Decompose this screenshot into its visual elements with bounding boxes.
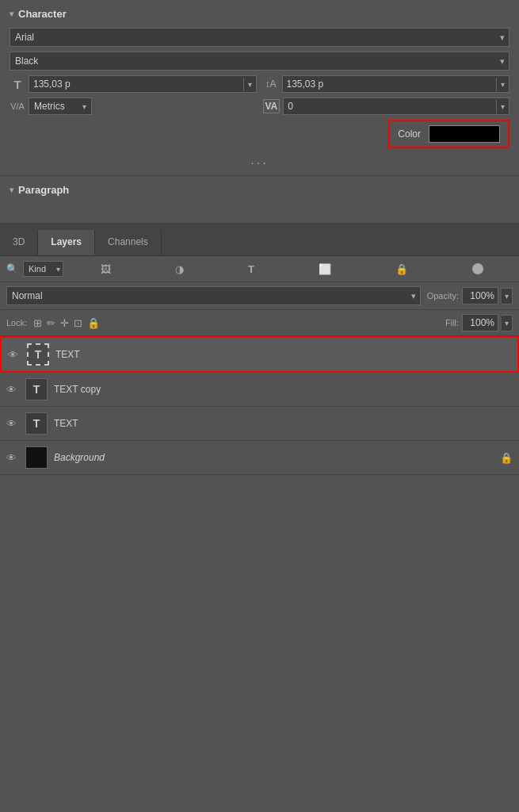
layer-name-3: Background [54,452,105,463]
layer-type-icon-2: T [33,417,40,430]
layer-list: 👁 T TEXT 👁 T TEXT copy 👁 T TE [0,336,519,475]
tracking-label: Metrics [34,101,65,112]
tab-layers[interactable]: Layers [38,230,95,255]
lock-brush-icon[interactable]: ✏ [47,317,55,329]
kerning-group: VA 0 ▾ [263,98,510,115]
font-size-icon: T [10,78,25,91]
filter-sphere-icon[interactable] [472,263,483,274]
search-icon: 🔍 [6,263,18,274]
filter-text-icon[interactable]: T [248,263,254,275]
opacity-input[interactable]: 100% [462,287,498,304]
filter-circle-icon[interactable]: ◑ [175,263,184,275]
filter-lock-icon[interactable]: 🔒 [395,263,408,275]
font-family-select[interactable]: Arial [10,28,509,47]
layer-visibility-icon-3[interactable]: 👁 [6,452,19,464]
layer-lock-icon-3: 🔒 [500,452,513,464]
character-header: ▾ Character [10,8,509,20]
opacity-label: Opacity: [427,291,459,301]
character-section: ▾ Character Arial Black T 13 [0,0,519,176]
layer-thumb-3 [25,446,48,469]
font-size-group: T 135,03 p ▾ [10,75,257,93]
kerning-input-wrapper: 0 ▾ [283,98,509,115]
layer-visibility-icon-0[interactable]: 👁 [8,349,21,361]
layer-thumb-2: T [25,412,48,435]
paragraph-title: Paragraph [18,184,69,196]
fill-input[interactable]: 100% [462,314,498,331]
lock-artboard-icon[interactable]: ⊡ [74,317,82,329]
line-height-dropdown-btn[interactable]: ▾ [496,78,509,91]
fill-group: Fill: 100% ▾ [445,314,513,331]
kerning-icon: VA [263,99,280,113]
filter-icons: 🖼 ◑ T ⬜ 🔒 [71,263,513,275]
character-chevron[interactable]: ▾ [10,10,13,18]
blend-mode-wrapper: Normal [6,286,421,305]
layer-name-1: TEXT copy [54,384,101,395]
layer-thumb-0: T [27,343,49,366]
font-size-input-wrapper: 135,03 p ▾ [29,75,257,93]
lock-move-icon[interactable]: ✛ [60,317,69,329]
font-weight-select[interactable]: Black [10,52,509,71]
filter-image-icon[interactable]: 🖼 [101,263,111,275]
tab-3d[interactable]: 3D [0,230,38,255]
character-title: Character [18,8,67,20]
lock-label: Lock: [6,318,27,327]
opacity-group: Opacity: 100% ▾ [427,287,513,304]
line-height-icon: ↕A [263,79,279,90]
kerning-input[interactable]: 0 [284,98,496,114]
panel: ▾ Character Arial Black T 13 [0,0,519,475]
kind-select-wrapper: Kind ▾ [23,261,63,277]
color-highlight-box: Color [388,120,509,148]
layer-item-text-selected[interactable]: 👁 T TEXT [0,336,519,373]
kerning-dropdown-btn[interactable]: ▾ [496,100,509,113]
size-height-row: T 135,03 p ▾ ↕A 135,03 p ▾ [10,75,509,93]
layer-item-text-2[interactable]: 👁 T TEXT [0,407,519,441]
layer-visibility-icon-1[interactable]: 👁 [6,384,19,396]
tabs-row: 3D Layers Channels [0,230,519,256]
lock-all-icon[interactable]: 🔒 [87,317,100,329]
layer-item-text-copy[interactable]: 👁 T TEXT copy [0,373,519,407]
font-weight-wrapper: Black [10,52,509,71]
paragraph-header: ▾ Paragraph [10,184,509,196]
font-size-dropdown-btn[interactable]: ▾ [243,78,256,91]
layer-item-background[interactable]: 👁 Background 🔒 [0,441,519,475]
lock-grid-icon[interactable]: ⊞ [33,317,42,329]
blend-opacity-row: Normal Opacity: 100% ▾ [0,282,519,310]
font-family-row: Arial [10,28,509,47]
font-size-input[interactable]: 135,03 p [29,76,243,92]
filter-shape-icon[interactable]: ⬜ [319,263,331,275]
layer-type-icon-0: T [35,348,42,361]
layers-filter-toolbar: 🔍 Kind ▾ 🖼 ◑ T ⬜ 🔒 [0,256,519,282]
fill-label: Fill: [445,318,459,327]
layer-thumb-1: T [25,378,48,400]
line-height-input-wrapper: 135,03 p ▾ [282,75,510,93]
layers-panel: 3D Layers Channels 🔍 Kind ▾ 🖼 ◑ T ⬜ [0,230,519,475]
lock-row: Lock: ⊞ ✏ ✛ ⊡ 🔒 Fill: 100% ▾ [0,310,519,336]
opacity-dropdown-btn[interactable]: ▾ [502,288,513,304]
layer-visibility-icon-2[interactable]: 👁 [6,418,19,430]
tracking-row: V/A Metrics ▾ VA 0 ▾ [10,98,509,115]
layer-type-icon-1: T [33,383,40,396]
tracking-select[interactable]: Metrics ▾ [29,98,92,115]
font-weight-row: Black [10,52,509,71]
fill-dropdown-btn[interactable]: ▾ [502,315,513,331]
tracking-icon: V/A [10,102,25,111]
layer-name-0: TEXT [55,349,80,360]
tab-channels[interactable]: Channels [95,230,162,255]
font-family-wrapper: Arial [10,28,509,47]
tracking-arrow: ▾ [82,102,86,111]
color-label: Color [398,128,421,140]
kind-select[interactable]: Kind [23,261,63,277]
more-options[interactable]: ... [10,153,509,167]
line-height-group: ↕A 135,03 p ▾ [263,75,510,93]
tracking-group: V/A Metrics ▾ [10,98,257,115]
blend-mode-select[interactable]: Normal [6,286,421,305]
paragraph-chevron[interactable]: ▾ [10,186,13,194]
panel-divider [0,224,519,230]
layer-name-2: TEXT [54,418,78,429]
color-swatch[interactable] [429,125,500,143]
paragraph-section: ▾ Paragraph [0,176,519,224]
line-height-input[interactable]: 135,03 p [283,76,497,92]
color-row-outer: Color [10,120,509,148]
